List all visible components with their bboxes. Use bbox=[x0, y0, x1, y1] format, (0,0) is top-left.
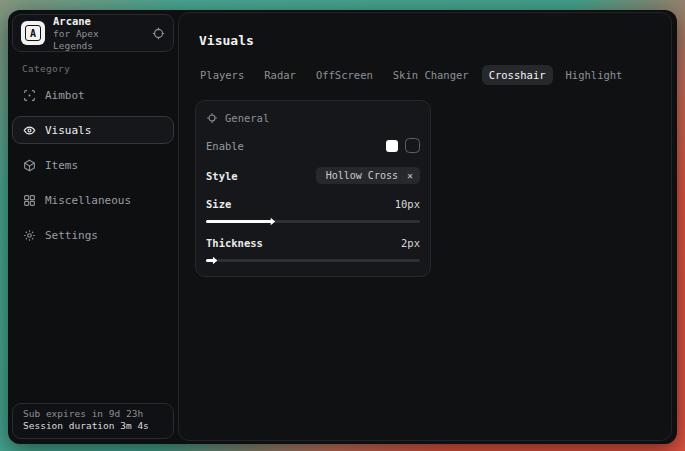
app-logo: A bbox=[21, 21, 45, 45]
tab-radar[interactable]: Radar bbox=[257, 65, 303, 85]
app-window: A Arcane for Apex Legends Category bbox=[8, 10, 677, 444]
subscription-info: Sub expires in 9d 23h Session duration 3… bbox=[12, 403, 174, 439]
tab-bar: Players Radar OffScreen Skin Changer Cro… bbox=[193, 65, 659, 85]
enable-checkbox[interactable] bbox=[405, 138, 420, 153]
enable-row: Enable bbox=[206, 138, 420, 153]
tab-crosshair[interactable]: Crosshair bbox=[482, 65, 553, 85]
tab-offscreen[interactable]: OffScreen bbox=[309, 65, 380, 85]
scan-crosshair-icon bbox=[206, 112, 218, 124]
aimbot-target-icon bbox=[23, 89, 36, 102]
sidebar-item-label: Items bbox=[45, 159, 78, 172]
profile-card: A Arcane for Apex Legends bbox=[12, 14, 174, 52]
sidebar-item-label: Miscellaneous bbox=[45, 194, 131, 207]
app-subtitle: for Apex Legends bbox=[53, 28, 144, 52]
size-label: Size bbox=[206, 198, 231, 210]
eye-icon bbox=[23, 124, 36, 137]
clear-icon[interactable]: ✕ bbox=[407, 171, 413, 181]
sidebar-item-settings[interactable]: Settings bbox=[12, 221, 174, 249]
size-slider-thumb[interactable] bbox=[266, 217, 275, 226]
enable-label: Enable bbox=[206, 140, 244, 152]
target-icon[interactable] bbox=[152, 27, 165, 40]
general-card: General Enable Style Hollow Cross ✕ Size… bbox=[195, 100, 431, 277]
sidebar-item-items[interactable]: Items bbox=[12, 151, 174, 179]
sidebar: A Arcane for Apex Legends Category bbox=[8, 10, 178, 444]
style-value: Hollow Cross bbox=[326, 170, 398, 181]
style-select[interactable]: Hollow Cross ✕ bbox=[316, 167, 420, 184]
card-title: General bbox=[225, 112, 269, 124]
size-slider[interactable] bbox=[206, 220, 420, 223]
thickness-row: Thickness 2px bbox=[206, 237, 420, 249]
session-duration-text: Session duration 3m 4s bbox=[23, 420, 163, 431]
sidebar-item-aimbot[interactable]: Aimbot bbox=[12, 81, 174, 109]
tab-skin-changer[interactable]: Skin Changer bbox=[386, 65, 476, 85]
thickness-slider-thumb[interactable] bbox=[208, 256, 217, 265]
sidebar-nav: Aimbot Visuals Items bbox=[8, 81, 178, 249]
sidebar-item-visuals[interactable]: Visuals bbox=[12, 116, 174, 144]
style-label: Style bbox=[206, 170, 238, 182]
thickness-slider[interactable] bbox=[206, 259, 420, 262]
gear-icon bbox=[23, 229, 36, 242]
sub-expires-text: Sub expires in 9d 23h bbox=[23, 408, 163, 419]
sidebar-item-label: Settings bbox=[45, 229, 98, 242]
style-row: Style Hollow Cross ✕ bbox=[206, 167, 420, 184]
sidebar-item-miscellaneous[interactable]: Miscellaneous bbox=[12, 186, 174, 214]
tab-highlight[interactable]: Highlight bbox=[559, 65, 630, 85]
grid-icon bbox=[23, 194, 36, 207]
sidebar-item-label: Visuals bbox=[45, 124, 91, 137]
thickness-value: 2px bbox=[401, 237, 420, 249]
size-row: Size 10px bbox=[206, 198, 420, 210]
main-panel: Visuals Players Radar OffScreen Skin Cha… bbox=[178, 12, 672, 441]
cube-icon bbox=[23, 159, 36, 172]
app-logo-letter: A bbox=[25, 25, 41, 41]
color-swatch[interactable] bbox=[386, 140, 398, 152]
size-value: 10px bbox=[395, 198, 420, 210]
app-name: Arcane bbox=[53, 15, 144, 28]
thickness-label: Thickness bbox=[206, 237, 263, 249]
page-title: Visuals bbox=[199, 33, 659, 48]
category-label: Category bbox=[22, 63, 166, 74]
sidebar-item-label: Aimbot bbox=[45, 89, 85, 102]
tab-players[interactable]: Players bbox=[193, 65, 251, 85]
